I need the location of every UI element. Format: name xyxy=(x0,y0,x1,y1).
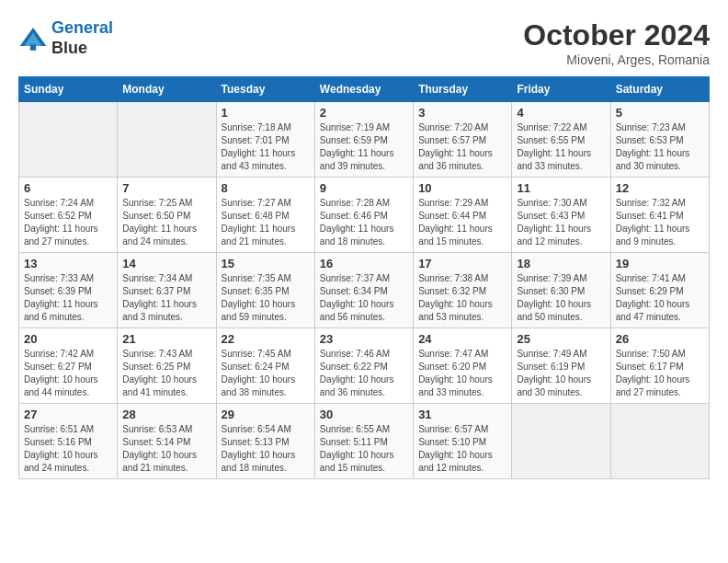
day-info: Sunrise: 7:38 AMSunset: 6:32 PMDaylight:… xyxy=(418,272,506,324)
day-info: Sunrise: 7:43 AMSunset: 6:25 PMDaylight:… xyxy=(122,348,210,399)
calendar-cell: 25Sunrise: 7:49 AMSunset: 6:19 PMDayligh… xyxy=(512,328,610,404)
day-number: 15 xyxy=(222,257,310,270)
day-number: 24 xyxy=(418,332,506,346)
day-number: 10 xyxy=(418,181,506,195)
calendar-cell: 11Sunrise: 7:30 AMSunset: 6:43 PMDayligh… xyxy=(512,178,610,253)
weekday-header-tuesday: Tuesday xyxy=(216,77,314,102)
day-number: 3 xyxy=(418,106,506,120)
calendar-cell: 8Sunrise: 7:27 AMSunset: 6:48 PMDaylight… xyxy=(216,178,314,253)
day-number: 23 xyxy=(320,332,408,346)
day-number: 16 xyxy=(320,257,408,270)
calendar-cell: 17Sunrise: 7:38 AMSunset: 6:32 PMDayligh… xyxy=(414,253,512,328)
calendar-header: SundayMondayTuesdayWednesdayThursdayFrid… xyxy=(19,77,710,102)
day-info: Sunrise: 7:42 AMSunset: 6:27 PMDaylight:… xyxy=(24,348,112,399)
calendar-cell: 19Sunrise: 7:41 AMSunset: 6:29 PMDayligh… xyxy=(610,253,709,328)
day-info: Sunrise: 7:22 AMSunset: 6:55 PMDaylight:… xyxy=(517,121,605,173)
calendar-cell: 2Sunrise: 7:19 AMSunset: 6:59 PMDaylight… xyxy=(314,102,413,178)
calendar-cell: 6Sunrise: 7:24 AMSunset: 6:52 PMDaylight… xyxy=(19,178,118,253)
day-number: 26 xyxy=(616,332,704,346)
day-info: Sunrise: 7:20 AMSunset: 6:57 PMDaylight:… xyxy=(418,121,506,173)
day-number: 29 xyxy=(222,408,310,421)
calendar-cell: 26Sunrise: 7:50 AMSunset: 6:17 PMDayligh… xyxy=(610,328,709,404)
day-number: 1 xyxy=(222,106,310,120)
day-info: Sunrise: 7:50 AMSunset: 6:17 PMDaylight:… xyxy=(616,348,704,399)
calendar-cell: 3Sunrise: 7:20 AMSunset: 6:57 PMDaylight… xyxy=(414,102,512,178)
day-info: Sunrise: 7:28 AMSunset: 6:46 PMDaylight:… xyxy=(320,197,408,248)
month-title: October 2024 xyxy=(523,18,710,52)
day-number: 6 xyxy=(24,181,112,195)
day-info: Sunrise: 7:39 AMSunset: 6:30 PMDaylight:… xyxy=(517,272,605,324)
calendar-cell: 18Sunrise: 7:39 AMSunset: 6:30 PMDayligh… xyxy=(512,253,610,328)
calendar-cell: 20Sunrise: 7:42 AMSunset: 6:27 PMDayligh… xyxy=(19,328,118,404)
day-number: 28 xyxy=(122,408,210,421)
day-info: Sunrise: 7:34 AMSunset: 6:37 PMDaylight:… xyxy=(122,272,210,324)
day-number: 7 xyxy=(122,181,210,195)
calendar-cell: 16Sunrise: 7:37 AMSunset: 6:34 PMDayligh… xyxy=(314,253,413,328)
day-number: 9 xyxy=(320,181,408,195)
calendar-cell: 10Sunrise: 7:29 AMSunset: 6:44 PMDayligh… xyxy=(414,178,512,253)
calendar-cell: 24Sunrise: 7:47 AMSunset: 6:20 PMDayligh… xyxy=(414,328,512,404)
calendar-cell: 23Sunrise: 7:46 AMSunset: 6:22 PMDayligh… xyxy=(314,328,413,404)
day-info: Sunrise: 7:24 AMSunset: 6:52 PMDaylight:… xyxy=(24,197,112,248)
day-number: 14 xyxy=(122,257,210,270)
day-number: 20 xyxy=(24,332,112,346)
weekday-header-friday: Friday xyxy=(512,77,610,102)
day-number: 19 xyxy=(616,257,704,270)
calendar-cell xyxy=(19,102,118,178)
day-info: Sunrise: 7:33 AMSunset: 6:39 PMDaylight:… xyxy=(24,272,112,324)
week-row-5: 27Sunrise: 6:51 AMSunset: 5:16 PMDayligh… xyxy=(19,404,710,479)
day-number: 27 xyxy=(24,408,112,421)
calendar-cell: 15Sunrise: 7:35 AMSunset: 6:35 PMDayligh… xyxy=(216,253,314,328)
calendar-cell xyxy=(512,404,610,479)
calendar-cell xyxy=(118,102,216,178)
day-number: 22 xyxy=(222,332,310,346)
calendar-cell: 12Sunrise: 7:32 AMSunset: 6:41 PMDayligh… xyxy=(610,178,709,253)
calendar-table: SundayMondayTuesdayWednesdayThursdayFrid… xyxy=(18,76,710,479)
title-area: October 2024 Mioveni, Arges, Romania xyxy=(523,18,710,67)
day-info: Sunrise: 7:25 AMSunset: 6:50 PMDaylight:… xyxy=(122,197,210,248)
day-info: Sunrise: 7:30 AMSunset: 6:43 PMDaylight:… xyxy=(517,197,605,248)
day-info: Sunrise: 6:51 AMSunset: 5:16 PMDaylight:… xyxy=(24,423,112,475)
day-number: 8 xyxy=(222,181,310,195)
header: General Blue October 2024 Mioveni, Arges… xyxy=(18,18,710,67)
day-info: Sunrise: 6:54 AMSunset: 5:13 PMDaylight:… xyxy=(222,423,310,475)
calendar-cell: 7Sunrise: 7:25 AMSunset: 6:50 PMDaylight… xyxy=(118,178,216,253)
logo-line1: General xyxy=(51,18,113,37)
day-info: Sunrise: 6:55 AMSunset: 5:11 PMDaylight:… xyxy=(320,423,408,475)
logo-line2: Blue xyxy=(51,39,113,59)
day-info: Sunrise: 7:45 AMSunset: 6:24 PMDaylight:… xyxy=(222,348,310,399)
day-number: 13 xyxy=(24,257,112,270)
day-info: Sunrise: 7:37 AMSunset: 6:34 PMDaylight:… xyxy=(320,272,408,324)
day-info: Sunrise: 7:35 AMSunset: 6:35 PMDaylight:… xyxy=(222,272,310,324)
calendar-cell: 30Sunrise: 6:55 AMSunset: 5:11 PMDayligh… xyxy=(314,404,413,479)
calendar-cell: 9Sunrise: 7:28 AMSunset: 6:46 PMDaylight… xyxy=(314,178,413,253)
calendar-body: 1Sunrise: 7:18 AMSunset: 7:01 PMDaylight… xyxy=(19,102,710,479)
week-row-1: 1Sunrise: 7:18 AMSunset: 7:01 PMDaylight… xyxy=(19,102,710,178)
day-info: Sunrise: 7:19 AMSunset: 6:59 PMDaylight:… xyxy=(320,121,408,173)
logo: General Blue xyxy=(18,18,113,58)
day-info: Sunrise: 7:46 AMSunset: 6:22 PMDaylight:… xyxy=(320,348,408,399)
calendar-cell: 21Sunrise: 7:43 AMSunset: 6:25 PMDayligh… xyxy=(118,328,216,404)
calendar-cell: 28Sunrise: 6:53 AMSunset: 5:14 PMDayligh… xyxy=(118,404,216,479)
calendar-cell: 22Sunrise: 7:45 AMSunset: 6:24 PMDayligh… xyxy=(216,328,314,404)
day-info: Sunrise: 7:47 AMSunset: 6:20 PMDaylight:… xyxy=(418,348,506,399)
weekday-header-saturday: Saturday xyxy=(610,77,709,102)
day-number: 2 xyxy=(320,106,408,120)
day-number: 5 xyxy=(616,106,704,120)
day-info: Sunrise: 6:53 AMSunset: 5:14 PMDaylight:… xyxy=(122,423,210,475)
calendar-cell: 29Sunrise: 6:54 AMSunset: 5:13 PMDayligh… xyxy=(216,404,314,479)
logo-icon xyxy=(18,24,48,53)
day-number: 18 xyxy=(517,257,605,270)
location: Mioveni, Arges, Romania xyxy=(523,52,710,67)
day-number: 21 xyxy=(122,332,210,346)
day-number: 11 xyxy=(517,181,605,195)
day-info: Sunrise: 7:41 AMSunset: 6:29 PMDaylight:… xyxy=(616,272,704,324)
header-row: SundayMondayTuesdayWednesdayThursdayFrid… xyxy=(19,77,710,102)
week-row-3: 13Sunrise: 7:33 AMSunset: 6:39 PMDayligh… xyxy=(19,253,710,328)
day-number: 17 xyxy=(418,257,506,270)
day-info: Sunrise: 6:57 AMSunset: 5:10 PMDaylight:… xyxy=(418,423,506,475)
svg-rect-2 xyxy=(30,44,36,50)
weekday-header-sunday: Sunday xyxy=(19,77,118,102)
calendar-cell: 5Sunrise: 7:23 AMSunset: 6:53 PMDaylight… xyxy=(610,102,709,178)
day-number: 30 xyxy=(320,408,408,421)
